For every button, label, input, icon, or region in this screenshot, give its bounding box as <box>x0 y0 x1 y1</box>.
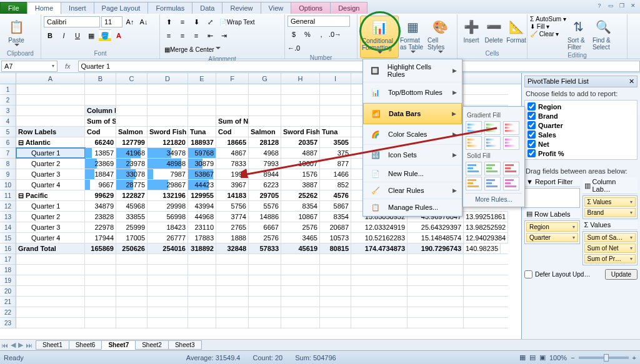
cell[interactable]: Sword Fish <box>148 127 188 137</box>
cell[interactable] <box>148 286 188 296</box>
databar-swatch[interactable] <box>484 162 501 175</box>
cell[interactable] <box>216 254 249 264</box>
cell[interactable] <box>351 275 408 285</box>
cell[interactable] <box>116 265 148 275</box>
restore-icon[interactable]: ❐ <box>618 1 626 10</box>
cell[interactable]: 12.94029384 <box>464 233 508 243</box>
font-name-box[interactable] <box>44 16 100 27</box>
cell[interactable] <box>249 275 281 285</box>
cell[interactable]: 12.03324919 <box>351 222 408 232</box>
col-header-I[interactable]: I <box>320 73 351 84</box>
cell[interactable]: Quarter 4 <box>16 233 85 243</box>
cell[interactable] <box>85 275 116 285</box>
cell[interactable]: 852 <box>320 180 351 190</box>
cell[interactable]: Salmon <box>249 127 281 137</box>
view-normal-icon[interactable]: ▦ <box>519 353 526 362</box>
databar-swatch[interactable] <box>503 162 519 175</box>
row-header-9[interactable]: 9 <box>0 169 16 180</box>
cell[interactable]: 8944 <box>249 169 281 179</box>
update-button[interactable]: Update <box>605 269 638 280</box>
row-header-19[interactable]: 19 <box>0 275 16 286</box>
cell[interactable]: 45619 <box>281 243 320 253</box>
cell[interactable] <box>188 84 216 94</box>
cell[interactable] <box>351 265 408 275</box>
cell[interactable] <box>249 106 281 116</box>
cell[interactable] <box>408 265 464 275</box>
cell[interactable]: 25.64329397 <box>408 222 464 232</box>
cell[interactable]: 1888 <box>216 233 249 243</box>
cell[interactable] <box>216 95 249 105</box>
align-bottom-icon[interactable]: ⬇ <box>190 16 202 28</box>
cell[interactable] <box>16 307 85 317</box>
cell[interactable]: Sword Fish <box>281 127 320 137</box>
cell[interactable] <box>188 116 216 126</box>
cf-icon-sets[interactable]: 🔣Icon Sets▶ <box>363 145 462 165</box>
cell[interactable]: Tuna <box>188 127 216 137</box>
cell[interactable] <box>281 275 320 285</box>
cell[interactable]: 254016 <box>148 243 188 253</box>
cell[interactable] <box>408 254 464 264</box>
decrease-indent-icon[interactable]: ⇤ <box>204 29 216 42</box>
tab-insert[interactable]: Insert <box>61 2 94 14</box>
cell[interactable]: 8354 <box>320 212 351 222</box>
cell[interactable]: 10573 <box>320 233 351 243</box>
cell[interactable] <box>249 95 281 105</box>
cell[interactable] <box>188 286 216 296</box>
cell[interactable] <box>148 307 188 317</box>
number-format-box[interactable] <box>288 16 350 27</box>
drag-item[interactable]: Σ Values▾ <box>584 197 636 207</box>
row-header-4[interactable]: 4 <box>0 116 16 127</box>
cell[interactable]: 18665 <box>216 137 249 147</box>
cell[interactable] <box>281 307 320 317</box>
wrap-text-button[interactable]: 📄 Wrap Text <box>218 16 257 28</box>
databar-swatch[interactable] <box>466 162 482 175</box>
cell[interactable]: 56998 <box>148 212 188 222</box>
cell[interactable] <box>216 265 249 275</box>
cell[interactable]: 165869 <box>85 243 116 253</box>
cell[interactable] <box>281 116 320 126</box>
drag-item[interactable]: Sum of Pr…▾ <box>584 254 636 263</box>
defer-checkbox[interactable] <box>524 270 532 278</box>
sheet-tab-sheet7[interactable]: Sheet7 <box>101 340 136 350</box>
cell[interactable] <box>320 318 351 328</box>
sheet-tab-sheet6[interactable]: Sheet6 <box>69 340 102 350</box>
cell[interactable] <box>188 265 216 275</box>
underline-button[interactable]: U <box>71 29 84 42</box>
delete-button[interactable]: ➖Delete <box>482 16 505 45</box>
cell[interactable] <box>408 297 464 307</box>
paste-button[interactable]: 📋 Paste <box>2 16 30 50</box>
row-header-17[interactable]: 17 <box>0 254 16 265</box>
cell[interactable] <box>281 297 320 307</box>
cell[interactable]: 7987 <box>148 169 188 179</box>
col-header-A[interactable]: A <box>16 73 85 84</box>
cell[interactable] <box>16 297 85 307</box>
row-header-8[interactable]: 8 <box>0 159 16 169</box>
cell[interactable]: Cod <box>216 127 249 137</box>
tab-review[interactable]: Review <box>222 2 261 14</box>
row-header-13[interactable]: 13 <box>0 212 16 222</box>
cell[interactable] <box>249 116 281 126</box>
cell[interactable] <box>320 286 351 296</box>
cell[interactable]: 20687 <box>320 222 351 232</box>
cell[interactable] <box>148 297 188 307</box>
cell[interactable] <box>85 254 116 264</box>
cell[interactable]: Quarter 1 <box>16 148 85 158</box>
cell[interactable]: 129955 <box>188 190 216 200</box>
cell[interactable] <box>188 95 216 105</box>
cell[interactable]: Tuna <box>320 127 351 137</box>
cell[interactable] <box>116 318 148 328</box>
cell[interactable]: 48988 <box>148 159 188 169</box>
find-select-button[interactable]: 🔍Find & Select <box>591 16 616 52</box>
field-net[interactable]: Net <box>526 139 636 149</box>
cell[interactable]: 122827 <box>116 190 148 200</box>
cell[interactable]: 4968 <box>249 148 281 158</box>
cell[interactable]: 13.99251861 <box>464 212 508 222</box>
cell[interactable]: 14183 <box>216 190 249 200</box>
drag-item[interactable]: Sum of Net▾ <box>584 243 636 253</box>
cell[interactable] <box>216 275 249 285</box>
cf-new-rule[interactable]: 📄New Rule... <box>363 165 462 182</box>
row-header-1[interactable]: 1 <box>0 84 16 95</box>
merge-center-button[interactable]: ▦ Merge & Center <box>162 43 222 56</box>
cell[interactable]: 190.7296743 <box>408 243 464 253</box>
cell[interactable]: Quarter 3 <box>16 222 85 232</box>
